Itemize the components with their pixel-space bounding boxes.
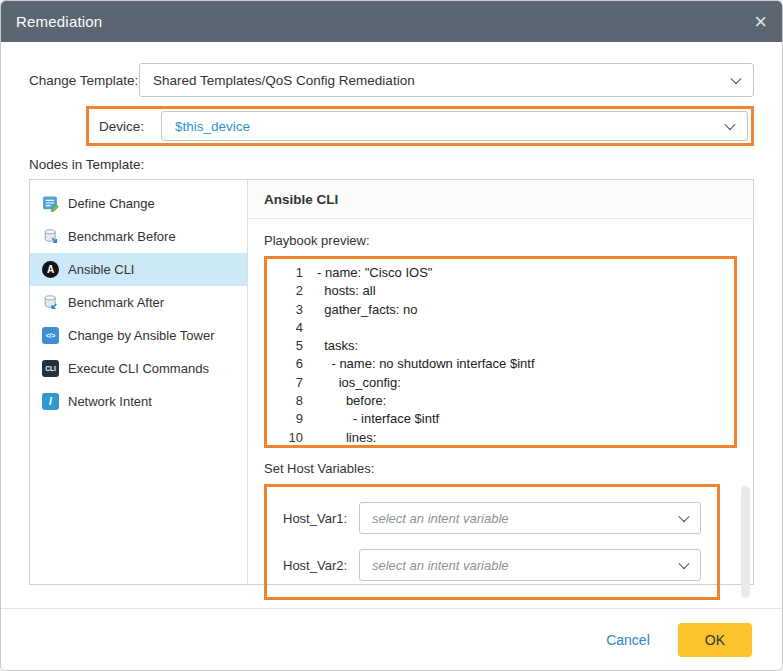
host-var2-label: Host_Var2: [283, 558, 359, 573]
host-var1-placeholder: select an intent variable [372, 511, 509, 526]
host-var2-placeholder: select an intent variable [372, 558, 509, 573]
node-item-change-by-ansible-tower[interactable]: </> Change by Ansible Tower [30, 319, 247, 352]
code-line: 5 tasks: [271, 337, 726, 355]
node-item-label: Execute CLI Commands [68, 361, 209, 376]
line-text: - name: "Cisco IOS" [317, 264, 432, 282]
close-icon[interactable]: × [754, 11, 767, 33]
chevron-down-icon [678, 558, 689, 569]
code-line: 1- name: "Cisco IOS" [271, 264, 726, 282]
change-template-value: Shared Templates/QoS Config Remediation [153, 73, 415, 88]
line-number: 1 [271, 264, 303, 282]
line-text: - name: no shutdown interface $intf [317, 355, 535, 373]
code-line: 6 - name: no shutdown interface $intf [271, 355, 726, 373]
node-item-define-change[interactable]: Define Change [30, 187, 247, 220]
device-label: Device: [99, 119, 161, 134]
chevron-down-icon [724, 119, 735, 130]
device-value: $this_device [175, 119, 250, 134]
dialog-title: Remediation [16, 13, 102, 30]
line-text: tasks: [317, 337, 358, 355]
change-template-select[interactable]: Shared Templates/QoS Config Remediation [139, 63, 754, 97]
panel-content: Playbook preview: 1- name: "Cisco IOS" 2… [248, 219, 753, 608]
node-item-label: Benchmark After [68, 295, 164, 310]
dialog-header: Remediation × [1, 1, 782, 42]
node-item-label: Network Intent [68, 394, 152, 409]
line-number: 4 [271, 319, 303, 337]
chevron-down-icon [678, 511, 689, 522]
line-text: before: [317, 392, 386, 410]
node-item-execute-cli-commands[interactable]: CLI Execute CLI Commands [30, 352, 247, 385]
node-item-label: Change by Ansible Tower [68, 328, 214, 343]
change-template-label: Change Template: [29, 73, 139, 88]
playbook-preview-label: Playbook preview: [264, 233, 737, 248]
line-number: 7 [271, 374, 303, 392]
benchmark-after-icon [42, 294, 59, 311]
code-icon: </> [42, 327, 59, 344]
ok-button[interactable]: OK [678, 623, 752, 657]
line-text: ios_config: [317, 374, 401, 392]
node-item-network-intent[interactable]: I Network Intent [30, 385, 247, 418]
host-var1-label: Host_Var1: [283, 511, 359, 526]
line-number: 9 [271, 410, 303, 428]
chevron-down-icon [730, 73, 741, 84]
code-line: 4 [271, 319, 726, 337]
code-line: 10 lines: [271, 429, 726, 447]
code-line: 2 hosts: all [271, 282, 726, 300]
change-template-row: Change Template: Shared Templates/QoS Co… [29, 63, 754, 97]
host-var-row-2: Host_Var2: select an intent variable [283, 549, 701, 581]
node-list: Define Change Benchmark Before A Ansibl [30, 180, 248, 584]
line-text: hosts: all [317, 282, 376, 300]
device-row-highlight: Device: $this_device [86, 106, 754, 146]
vertical-scrollbar[interactable] [741, 486, 750, 598]
code-line: 3 gather_facts: no [271, 301, 726, 319]
node-item-label: Benchmark Before [68, 229, 176, 244]
network-intent-icon: I [42, 393, 59, 410]
dialog-body: Change Template: Shared Templates/QoS Co… [1, 42, 782, 608]
benchmark-before-icon [42, 228, 59, 245]
ansible-icon: A [42, 261, 59, 278]
node-detail-panel: Ansible CLI Playbook preview: 1- name: "… [248, 180, 753, 584]
cli-icon: CLI [42, 360, 59, 377]
node-item-label: Define Change [68, 196, 155, 211]
device-select[interactable]: $this_device [161, 111, 748, 141]
line-text: - interface $intf [317, 410, 439, 428]
line-number: 10 [271, 429, 303, 447]
code-line: 8 before: [271, 392, 726, 410]
nodes-section-label: Nodes in Template: [29, 157, 754, 172]
host-var2-select[interactable]: select an intent variable [359, 549, 701, 581]
panel-title: Ansible CLI [248, 180, 753, 219]
cancel-button[interactable]: Cancel [606, 632, 650, 648]
playbook-preview-editor[interactable]: 1- name: "Cisco IOS" 2 hosts: all 3 gath… [264, 256, 737, 448]
dialog-footer: Cancel OK [1, 608, 782, 670]
template-nodes-panel: Define Change Benchmark Before A Ansibl [29, 179, 754, 585]
set-host-variables-label: Set Host Variables: [264, 461, 737, 476]
line-number: 2 [271, 282, 303, 300]
define-change-icon [42, 195, 59, 212]
node-item-benchmark-before[interactable]: Benchmark Before [30, 220, 247, 253]
line-number: 5 [271, 337, 303, 355]
line-text: lines: [317, 429, 376, 447]
node-item-label: Ansible CLI [68, 262, 134, 277]
remediation-dialog: Remediation × Change Template: Shared Te… [0, 0, 783, 671]
host-var1-select[interactable]: select an intent variable [359, 502, 701, 534]
line-number: 6 [271, 355, 303, 373]
code-line: 9 - interface $intf [271, 410, 726, 428]
code-line: 7 ios_config: [271, 374, 726, 392]
host-var-row-1: Host_Var1: select an intent variable [283, 502, 701, 534]
host-variables-highlight: Host_Var1: select an intent variable Hos… [264, 484, 720, 600]
line-text: gather_facts: no [317, 301, 417, 319]
node-item-ansible-cli[interactable]: A Ansible CLI [30, 253, 247, 286]
line-number: 3 [271, 301, 303, 319]
line-number: 8 [271, 392, 303, 410]
node-item-benchmark-after[interactable]: Benchmark After [30, 286, 247, 319]
